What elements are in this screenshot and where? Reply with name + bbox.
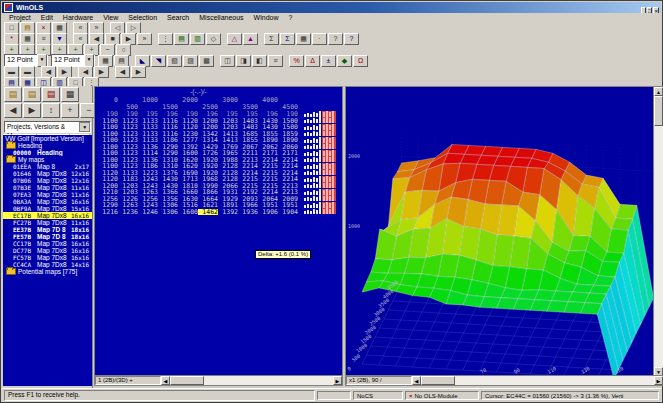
tree-map-item[interactable]: 07EA3Map 7Dx811x16 (3, 191, 92, 198)
tree-map-item[interactable]: FE57BMap 7D 818x16 (3, 233, 92, 240)
sidebar-tool-1-3[interactable]: ▤ (42, 87, 60, 102)
sidebar-tool-2-3[interactable]: ↕ (42, 103, 60, 118)
map-cell[interactable]: 1392 (218, 209, 238, 216)
toolbar-button-r4-11[interactable]: ◨ (236, 55, 251, 67)
tree-folder[interactable]: My maps (3, 156, 92, 163)
sidebar-tool-2-1[interactable]: ◀ (4, 103, 22, 118)
toolbar-button-r4-18[interactable]: ◆ (337, 55, 352, 67)
sidebar-tool-1-2[interactable]: ▤ (23, 87, 41, 102)
table-hscroll-track[interactable] (170, 376, 333, 385)
map-cell[interactable]: 1216 (98, 209, 118, 216)
spark-bar (326, 137, 328, 143)
spark-bar (332, 137, 334, 143)
toolbar-button-r2-15[interactable]: ◇ (206, 33, 221, 45)
toolbar-button-r2-13[interactable]: ▤ (174, 33, 189, 45)
tree-map-item[interactable]: FC57BMap 7Dx816x16 (3, 254, 92, 261)
spark-bar (304, 140, 306, 143)
tree-map-item[interactable]: 0BA3AMap 7Dx816x16 (3, 198, 92, 205)
toolbar-button-r2-10[interactable]: » (137, 33, 152, 45)
sidebar-tool-2-4[interactable]: + (61, 103, 79, 118)
tree-map-item[interactable]: 01EEAMap 82x17 (3, 163, 92, 170)
toolbar-button-r2-22[interactable]: ▦ (296, 33, 311, 45)
spark-bar (307, 132, 309, 136)
toolbar-button-r4-17[interactable]: ± (321, 55, 336, 67)
surface-hscrollbar[interactable]: x1 (2B), 90 / ◀ ▶ (346, 375, 663, 385)
surface-hscroll-thumb[interactable] (421, 376, 455, 385)
tree-map-item[interactable]: CC17BMap 7Dx816x16 (3, 240, 92, 247)
map-cell[interactable]: 1462 (198, 209, 218, 216)
map-cell[interactable]: 1904 (278, 209, 298, 216)
spark-red-zone (322, 156, 336, 162)
sidebar-tool-1-4[interactable]: ▦ (61, 87, 79, 102)
tree-root-item[interactable]: VW Golf [Imported Version] (3, 135, 92, 142)
table-hscrollbar[interactable]: 1 (2B)/(3D) + ◀ ▶ (95, 375, 342, 385)
toolbar-button-r4-7[interactable]: ▨ (183, 55, 198, 67)
mdi-area: ▤▤▤▦◀▶↕+− Projects, Versions & Maps ▼ NA… (2, 86, 661, 389)
segment-text: NoCS (357, 393, 373, 399)
map-value-grid: 1901901951961901961951951961901100112311… (98, 111, 340, 215)
toolbar-button-r4-8[interactable]: ▩ (199, 55, 214, 67)
sidebar-toolbar-row-2: ◀▶↕+− (4, 103, 91, 119)
tree-map-item[interactable]: DC77BMap 7Dx816x16 (3, 247, 92, 254)
scroll-right-icon[interactable]: ▶ (654, 376, 663, 385)
toolbar-button-r2-18[interactable]: ▲ (243, 33, 258, 45)
spark-bar (316, 139, 318, 143)
tree-folder[interactable]: Heading (3, 142, 92, 149)
toolbar-button-r4-16[interactable]: Δ (305, 55, 320, 67)
toolbar-button-r5-10[interactable]: ◀ (115, 66, 130, 78)
tree-map-item[interactable]: 07B06Map 7Dx812x16 (3, 177, 92, 184)
toolbar-button-r2-12[interactable]: ⋮ (158, 33, 173, 45)
toolbar-button-r4-10[interactable]: ◫ (220, 55, 235, 67)
menu-miscellaneous[interactable]: Miscellaneous (194, 13, 248, 22)
toolbar-button-r2-14[interactable]: ▥ (190, 33, 205, 45)
surface-vscroll-thumb[interactable] (654, 96, 663, 126)
toolbar-button-r4-6[interactable]: ▧ (167, 55, 182, 67)
toolbar-button-r2-17[interactable]: △ (227, 33, 242, 45)
menu-[interactable]: ? (284, 13, 298, 22)
menu-window[interactable]: Window (249, 13, 284, 22)
toolbar-button-r2-24[interactable]: ? (328, 33, 343, 45)
toolbar-button-r4-12[interactable]: ◧ (252, 55, 267, 67)
sidebar-view-label: Projects, Versions & Maps (7, 122, 79, 132)
scroll-left-icon[interactable]: ◀ (412, 376, 421, 385)
tree-map-item[interactable]: CC4CAMap 7Dx814x16 (3, 261, 92, 268)
tree-map-item[interactable]: EE37BMap 7D 818x16 (3, 226, 92, 233)
toolbar-button-r2-25[interactable]: ? (344, 33, 359, 45)
toolbar-button-r4-5[interactable]: ◥ (151, 55, 166, 67)
toolbar-button-r5-11[interactable]: ▶ (131, 66, 146, 78)
chevron-down-icon[interactable]: ▼ (79, 122, 90, 132)
toolbar-button-r2-21[interactable]: Σ (280, 33, 295, 45)
table-hscroll-thumb[interactable] (170, 376, 204, 385)
spark-bar (332, 169, 334, 175)
tree-map-item[interactable]: 00000Heading (3, 149, 92, 156)
sidebar-view-select[interactable]: Projects, Versions & Maps ▼ (4, 121, 91, 133)
surface-vscrollbar[interactable]: ▲ ▼ (653, 87, 663, 376)
tree-map-item[interactable]: 07B3EMap 7Dx811x16 (3, 184, 92, 191)
map-cell[interactable]: 1236 (118, 209, 138, 216)
tree-map-item[interactable]: 01646Map 7Dx812x16 (3, 170, 92, 177)
svg-text:2000: 2000 (348, 153, 360, 159)
map-cell[interactable]: 1936 (238, 209, 258, 216)
tree-map-item[interactable]: 0BF9AMap 7Dx815x16 (3, 205, 92, 212)
menu-search[interactable]: Search (162, 13, 194, 22)
map-cell[interactable]: 1246 (138, 209, 158, 216)
map-cell[interactable]: 1906 (258, 209, 278, 216)
toolbar-button-r4-15[interactable]: % (289, 55, 304, 67)
scroll-left-icon[interactable]: ◀ (161, 376, 170, 385)
scroll-right-icon[interactable]: ▶ (333, 376, 342, 385)
surface-hscroll-track[interactable] (421, 376, 654, 385)
toolbar-button-r2-20[interactable]: Σ (264, 33, 279, 45)
toolbar-button-r4-19[interactable]: Ω (353, 55, 368, 67)
row-sparkline (304, 190, 336, 195)
toolbar-button-r2-23[interactable]: · (312, 33, 327, 45)
sidebar-tool-1-1[interactable]: ▤ (4, 87, 22, 102)
tree-map-item[interactable]: EC17BMap 7Dx816x16 (3, 212, 92, 219)
sidebar-tool-2-2[interactable]: ▶ (23, 103, 41, 118)
map-cell[interactable]: 1306 (158, 209, 178, 216)
tree-map-item[interactable]: FC27BMap 7Dx811x16 (3, 219, 92, 226)
toolbar-button-r4-13[interactable]: ≡ (268, 55, 283, 67)
map-cell[interactable]: 1600 (178, 209, 198, 216)
tree-folder[interactable]: Potential maps [775] (3, 268, 92, 275)
scroll-up-icon[interactable]: ▲ (654, 87, 663, 96)
spark-bar (329, 209, 331, 214)
